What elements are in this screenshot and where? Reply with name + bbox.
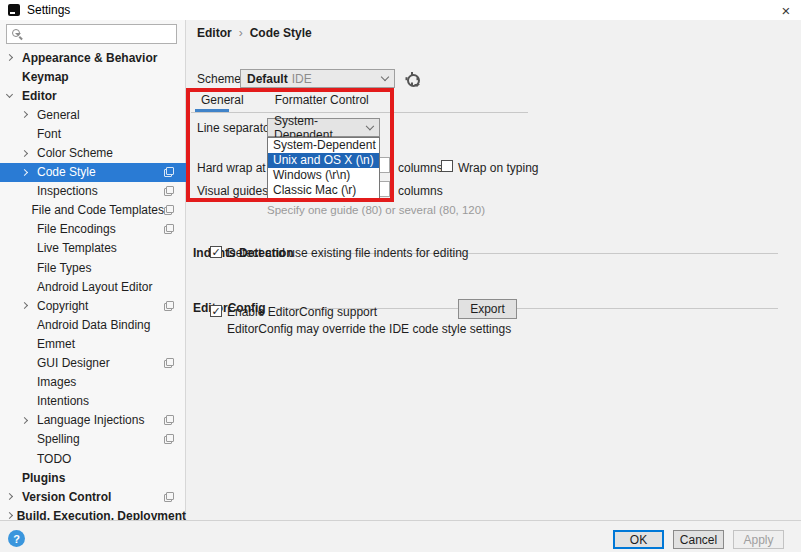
visual-guides-columns-label: columns	[398, 184, 443, 198]
sidebar-item-code-style[interactable]: Code Style	[0, 163, 186, 182]
hard-wrap-columns-label: columns	[398, 161, 443, 175]
sidebar-item-inspections[interactable]: Inspections	[0, 182, 186, 201]
line-separator-select[interactable]: System-Dependent	[267, 118, 380, 137]
window-title: Settings	[27, 3, 70, 17]
sidebar-item-copyright[interactable]: Copyright	[0, 296, 186, 315]
chevron-collapsed-icon[interactable]	[6, 512, 13, 519]
chevron-collapsed-icon[interactable]	[6, 493, 13, 500]
chevron-collapsed-icon[interactable]	[21, 169, 28, 176]
breadcrumb-editor[interactable]: Editor	[197, 26, 232, 40]
gear-dropdown-arrow-icon[interactable]	[414, 84, 420, 87]
editorconfig-note: EditorConfig may override the IDE code s…	[227, 322, 511, 336]
chevron-slot	[22, 303, 37, 308]
sidebar-item-label: Color Scheme	[37, 146, 113, 160]
line-separator-option-classic-mac-r[interactable]: Classic Mac (\r)	[268, 183, 379, 198]
tab-general[interactable]: General	[201, 93, 244, 107]
hard-wrap-label: Hard wrap at	[197, 161, 266, 175]
sidebar-item-images[interactable]: Images	[0, 373, 186, 392]
search-box[interactable]	[6, 24, 177, 44]
sidebar-item-gui-designer[interactable]: GUI Designer	[0, 354, 186, 373]
sidebar-item-keymap[interactable]: Keymap	[0, 67, 186, 86]
sidebar-item-spelling[interactable]: Spelling	[0, 430, 186, 449]
sidebar-item-live-templates[interactable]: Live Templates	[0, 239, 186, 258]
sidebar-item-general[interactable]: General	[0, 105, 186, 124]
project-override-icon	[164, 301, 174, 311]
sidebar-item-file-and-code-templates[interactable]: File and Code Templates	[0, 201, 186, 220]
sidebar-item-language-injections[interactable]: Language Injections	[0, 411, 186, 430]
settings-content: Editor › Code Style Scheme: Default IDE …	[187, 20, 801, 520]
sidebar-item-label: TODO	[37, 452, 71, 466]
chevron-expanded-icon[interactable]	[6, 91, 13, 98]
sidebar-item-label: Version Control	[22, 490, 111, 504]
project-override-icon	[164, 492, 174, 502]
sidebar-item-todo[interactable]: TODO	[0, 449, 186, 468]
line-separator-option-system-dependent[interactable]: System-Dependent	[268, 138, 379, 153]
sidebar-item-label: Keymap	[22, 70, 69, 84]
sidebar-item-color-scheme[interactable]: Color Scheme	[0, 143, 186, 162]
line-separator-label: Line separator:	[197, 121, 277, 135]
sidebar-item-label: Code Style	[37, 165, 96, 179]
scheme-value: Default	[247, 72, 288, 86]
sidebar-item-label: Inspections	[37, 184, 98, 198]
visual-guides-hint: Specify one guide (80) or several (80, 1…	[267, 204, 485, 216]
sidebar-item-file-types[interactable]: File Types	[0, 258, 186, 277]
chevron-collapsed-icon[interactable]	[6, 54, 13, 61]
scheme-select[interactable]: Default IDE	[240, 69, 395, 88]
chevron-down-icon	[381, 73, 389, 81]
apply-button[interactable]: Apply	[733, 530, 784, 549]
sidebar-item-label: Android Data Binding	[37, 318, 150, 332]
sidebar-item-label: Copyright	[37, 299, 88, 313]
chevron-slot	[7, 94, 22, 97]
sidebar-item-android-data-binding[interactable]: Android Data Binding	[0, 315, 186, 334]
cancel-button[interactable]: Cancel	[673, 530, 724, 549]
wrap-on-typing-checkbox[interactable]	[441, 160, 453, 172]
sidebar-item-font[interactable]: Font	[0, 124, 186, 143]
breadcrumb-code-style: Code Style	[250, 26, 312, 40]
chevron-slot	[22, 418, 37, 423]
enable-editorconfig-checkbox[interactable]: ✓	[210, 305, 222, 317]
help-icon[interactable]: ?	[8, 530, 25, 547]
chevron-collapsed-icon[interactable]	[21, 149, 28, 156]
line-separator-option-unix-and-os-x-n[interactable]: Unix and OS X (\n)	[268, 153, 379, 168]
tab-bar: General Formatter Control	[201, 93, 369, 107]
export-button[interactable]: Export	[458, 299, 517, 319]
wrap-on-typing-label: Wrap on typing	[458, 161, 539, 175]
sidebar-item-label: General	[37, 108, 80, 122]
sidebar-item-version-control[interactable]: Version Control	[0, 487, 186, 506]
project-override-icon	[164, 434, 174, 444]
sidebar-item-label: Emmet	[37, 337, 75, 351]
close-icon[interactable]: ×	[771, 0, 801, 20]
sidebar-item-appearance-behavior[interactable]: Appearance & Behavior	[0, 48, 186, 67]
project-override-icon	[164, 167, 174, 177]
detect-indents-checkbox[interactable]: ✓	[210, 246, 222, 258]
search-icon	[12, 28, 13, 40]
line-separator-option-windows-r-n[interactable]: Windows (\r\n)	[268, 168, 379, 183]
sidebar-item-label: File Types	[37, 261, 91, 275]
project-override-icon	[164, 186, 174, 196]
settings-window: Settings × Appearance & BehaviorKeymapEd…	[0, 0, 801, 552]
search-input[interactable]	[21, 26, 176, 42]
sidebar-item-plugins[interactable]: Plugins	[0, 468, 186, 487]
sidebar-item-label: Images	[37, 375, 76, 389]
sidebar-item-label: File Encodings	[37, 222, 116, 236]
sidebar-item-editor[interactable]: Editor	[0, 86, 186, 105]
detect-indents-label: Detect and use existing file indents for…	[227, 246, 468, 260]
tab-strip-divider	[191, 112, 528, 113]
chevron-collapsed-icon[interactable]	[21, 417, 28, 424]
title-bar: Settings ×	[0, 0, 801, 20]
sidebar-item-label: Android Layout Editor	[37, 280, 152, 294]
footer-bar: ? OK Cancel Apply	[0, 520, 801, 552]
sidebar-item-file-encodings[interactable]: File Encodings	[0, 220, 186, 239]
breadcrumb: Editor › Code Style	[197, 26, 312, 40]
chevron-collapsed-icon[interactable]	[21, 111, 28, 118]
settings-sidebar: Appearance & BehaviorKeymapEditorGeneral…	[0, 20, 186, 520]
sidebar-item-label: GUI Designer	[37, 356, 110, 370]
ok-button[interactable]: OK	[613, 530, 664, 549]
sidebar-item-intentions[interactable]: Intentions	[0, 392, 186, 411]
sidebar-item-emmet[interactable]: Emmet	[0, 334, 186, 353]
tab-formatter-control[interactable]: Formatter Control	[275, 93, 369, 107]
sidebar-item-label: Intentions	[37, 394, 89, 408]
sidebar-item-android-layout-editor[interactable]: Android Layout Editor	[0, 277, 186, 296]
settings-tree: Appearance & BehaviorKeymapEditorGeneral…	[0, 48, 186, 525]
chevron-collapsed-icon[interactable]	[21, 302, 28, 309]
